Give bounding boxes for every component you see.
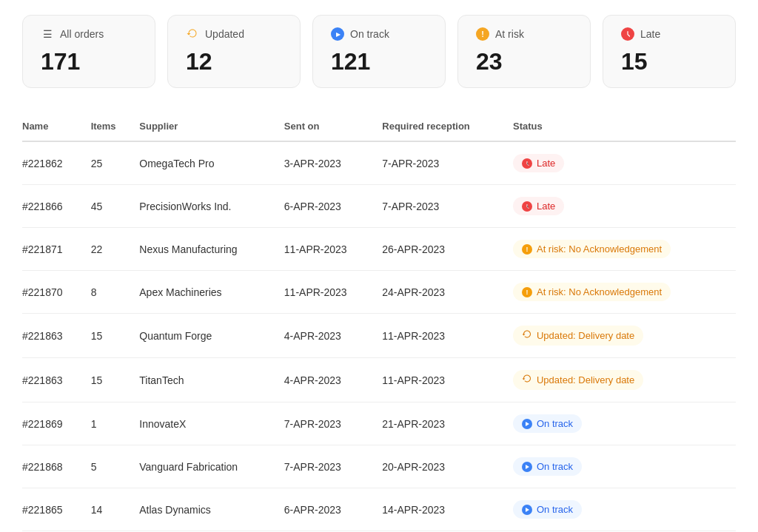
cell-status: !At risk: No Acknowledgement (513, 228, 736, 271)
status-badge: !At risk: No Acknowledgement (513, 240, 671, 258)
atrisk-dot-icon: ! (522, 287, 532, 297)
table-row[interactable]: #221863 15 Quantum Forge 4-APR-2023 11-A… (22, 314, 736, 358)
cell-sent-on: 6-APR-2023 (284, 488, 382, 531)
cell-supplier: Nexus Manufacturing (139, 228, 284, 271)
card-atrisk[interactable]: ! At risk 23 (457, 15, 591, 88)
cell-order-id: #221870 (22, 271, 91, 314)
card-all-orders[interactable]: ☰ All orders 171 (22, 15, 155, 88)
cell-supplier: Apex Machineries (139, 271, 284, 314)
cell-sent-on: 4-APR-2023 (284, 358, 382, 403)
col-header-required-reception: Required reception (382, 112, 513, 141)
updated-refresh-icon (522, 329, 532, 342)
cell-required-reception: 24-APR-2023 (382, 271, 513, 314)
col-header-items: Items (91, 112, 140, 141)
cell-items: 8 (91, 271, 140, 314)
cell-sent-on: 11-APR-2023 (284, 271, 382, 314)
table-row[interactable]: #221869 1 InnovateX 7-APR-2023 21-APR-20… (22, 403, 736, 445)
card-ontrack-count: 121 (331, 48, 427, 75)
card-updated-label: Updated (205, 28, 244, 40)
col-header-sent-on: Sent on (284, 112, 382, 141)
cell-order-id: #221868 (22, 445, 91, 488)
status-badge: Updated: Delivery date (513, 326, 643, 346)
card-all-orders-label: All orders (60, 28, 104, 40)
cell-sent-on: 7-APR-2023 (284, 403, 382, 445)
cell-required-reception: 21-APR-2023 (382, 403, 513, 445)
card-all-orders-count: 171 (41, 48, 137, 75)
table-row[interactable]: #221865 14 Atlas Dynamics 6-APR-2023 14-… (22, 488, 736, 531)
atrisk-icon: ! (476, 27, 489, 41)
col-header-supplier: Supplier (139, 112, 284, 141)
col-header-status: Status (513, 112, 736, 141)
ontrack-icon (331, 27, 344, 41)
cell-order-id: #221863 (22, 314, 91, 358)
card-updated-count: 12 (186, 48, 282, 75)
table-row[interactable]: #221863 15 TitanTech 4-APR-2023 11-APR-2… (22, 358, 736, 403)
cell-order-id: #221869 (22, 403, 91, 445)
status-badge: Late (513, 154, 564, 172)
table-row[interactable]: #221868 5 Vanguard Fabrication 7-APR-202… (22, 445, 736, 488)
cell-status: Late (513, 141, 736, 185)
cell-required-reception: 7-APR-2023 (382, 141, 513, 185)
atrisk-dot-icon: ! (522, 244, 532, 255)
updated-refresh-icon (522, 374, 532, 386)
cell-items: 15 (91, 314, 140, 358)
filter-icon: ☰ (41, 27, 54, 41)
cell-sent-on: 6-APR-2023 (284, 185, 382, 228)
orders-table: Name Items Supplier Sent on Required rec… (22, 112, 736, 532)
cell-sent-on: 4-APR-2023 (284, 314, 382, 358)
cell-required-reception: 11-APR-2023 (382, 358, 513, 403)
table-row[interactable]: #221871 22 Nexus Manufacturing 11-APR-20… (22, 228, 736, 271)
table-row[interactable]: #221862 25 OmegaTech Pro 3-APR-2023 7-AP… (22, 141, 736, 185)
cell-order-id: #221863 (22, 358, 91, 403)
cell-required-reception: 20-APR-2023 (382, 445, 513, 488)
summary-cards: ☰ All orders 171 Updated 12 On track 121… (22, 15, 736, 88)
cell-status: On track (513, 445, 736, 488)
cell-required-reception: 14-APR-2023 (382, 488, 513, 531)
cell-items: 45 (91, 185, 140, 228)
ontrack-dot-icon (522, 505, 532, 515)
cell-status: Updated: Delivery date (513, 314, 736, 358)
cell-sent-on: 11-APR-2023 (284, 228, 382, 271)
card-ontrack[interactable]: On track 121 (312, 15, 446, 88)
card-late[interactable]: Late 15 (603, 15, 736, 88)
cell-status: Late (513, 185, 736, 228)
status-badge: Late (513, 197, 564, 215)
ontrack-dot-icon (522, 462, 532, 472)
table-row[interactable]: #221866 45 PrecisionWorks Ind. 6-APR-202… (22, 185, 736, 228)
cell-items: 1 (91, 403, 140, 445)
cell-sent-on: 3-APR-2023 (284, 141, 382, 185)
status-badge: On track (513, 457, 582, 476)
cell-items: 5 (91, 445, 140, 488)
cell-supplier: TitanTech (139, 358, 284, 403)
cell-sent-on: 7-APR-2023 (284, 445, 382, 488)
cell-status: !At risk: No Acknowledgement (513, 271, 736, 314)
cell-order-id: #221871 (22, 228, 91, 271)
cell-required-reception: 26-APR-2023 (382, 228, 513, 271)
cell-items: 14 (91, 488, 140, 531)
cell-status: Updated: Delivery date (513, 358, 736, 403)
late-dot-icon (522, 158, 532, 169)
cell-supplier: Vanguard Fabrication (139, 445, 284, 488)
table-row[interactable]: #221870 8 Apex Machineries 11-APR-2023 2… (22, 271, 736, 314)
card-atrisk-label: At risk (495, 28, 524, 40)
cell-items: 25 (91, 141, 140, 185)
cell-status: On track (513, 488, 736, 531)
svg-marker-3 (526, 422, 529, 426)
cell-order-id: #221865 (22, 488, 91, 531)
cell-supplier: Atlas Dynamics (139, 488, 284, 531)
ontrack-dot-icon (522, 419, 532, 429)
card-updated[interactable]: Updated 12 (167, 15, 301, 88)
late-icon (621, 27, 634, 41)
late-dot-icon (522, 201, 532, 212)
card-atrisk-count: 23 (476, 48, 572, 75)
cell-supplier: Quantum Forge (139, 314, 284, 358)
svg-marker-5 (526, 508, 529, 512)
cell-supplier: OmegaTech Pro (139, 141, 284, 185)
status-badge: !At risk: No Acknowledgement (513, 283, 671, 301)
status-badge: On track (513, 414, 582, 433)
status-badge: On track (513, 500, 582, 519)
cell-items: 15 (91, 358, 140, 403)
col-header-name: Name (22, 112, 91, 141)
cell-items: 22 (91, 228, 140, 271)
cell-order-id: #221862 (22, 141, 91, 185)
